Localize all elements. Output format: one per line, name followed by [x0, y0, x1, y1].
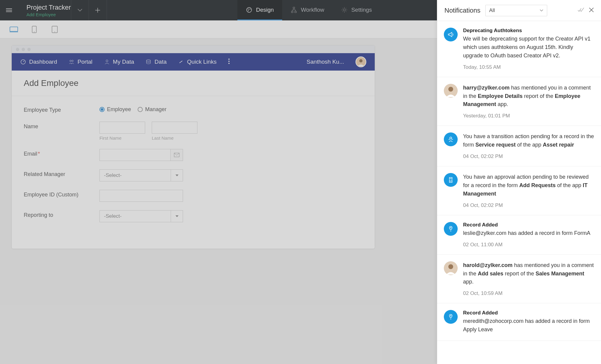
nav-user-avatar[interactable]	[355, 56, 366, 67]
notification-icon-avatar	[444, 173, 458, 187]
window-dot	[22, 48, 25, 51]
nav-item-label: My Data	[113, 59, 134, 65]
notifications-title: Notifications	[444, 7, 480, 14]
browser-chrome	[12, 45, 375, 53]
notification-heading: Record Added	[463, 222, 594, 228]
notifications-panel: Notifications All Deprecating Authtokens…	[437, 0, 601, 364]
top-tabs: Design Workflow Settings	[237, 0, 380, 20]
svg-point-10	[34, 32, 35, 32]
notification-body: harry@zylker.com has mentioned you in a …	[463, 84, 594, 109]
reporting-to-select[interactable]: -Select-	[99, 210, 183, 222]
svg-point-29	[448, 264, 453, 269]
tab-design[interactable]: Design	[237, 0, 282, 20]
notification-heading: Deprecating Authtokens	[463, 28, 594, 34]
notification-item[interactable]: Record Addedleslie@zylker.com has added …	[437, 215, 601, 255]
tab-workflow[interactable]: Workflow	[282, 0, 333, 20]
chevron-down-icon	[78, 9, 82, 12]
nav-item-label: Data	[154, 59, 166, 65]
desktop-icon	[10, 26, 18, 33]
envelope-icon	[174, 153, 179, 157]
notification-item[interactable]: You have a transition action pending for…	[437, 126, 601, 166]
svg-point-20	[228, 63, 230, 64]
last-name-input[interactable]	[152, 122, 197, 134]
notification-heading: Record Added	[463, 310, 594, 316]
svg-rect-8	[10, 27, 18, 31]
svg-point-12	[54, 32, 55, 32]
design-icon	[246, 7, 252, 13]
radio-manager[interactable]: Manager	[138, 106, 166, 113]
radio-icon	[138, 107, 143, 112]
notification-content: You have a transition action pending for…	[463, 132, 594, 159]
nav-item-label: Quick Links	[187, 59, 216, 65]
notification-body: You have an approval action pending to b…	[463, 173, 594, 198]
notification-time: Today, 10:55 AM	[463, 64, 594, 70]
nav-user-name: Santhosh Ku...	[307, 59, 344, 65]
first-name-input[interactable]	[99, 122, 145, 134]
project-dropdown[interactable]	[71, 0, 89, 20]
notifications-list[interactable]: Deprecating AuthtokensWe will be depreca…	[437, 21, 601, 364]
portal-icon	[69, 59, 75, 65]
project-title: Project Tracker	[26, 4, 71, 11]
notification-item[interactable]: Deprecating AuthtokensWe will be depreca…	[437, 21, 601, 77]
project-block: Project Tracker Add Employee	[18, 0, 71, 20]
close-icon	[589, 8, 594, 12]
form-title: Add Employee	[12, 71, 375, 96]
close-notifications-button[interactable]	[589, 8, 594, 14]
notification-item[interactable]: Record Addedmeredith@zohocorp.com has ad…	[437, 303, 601, 341]
first-name-sublabel: First Name	[99, 135, 145, 141]
svg-point-17	[147, 60, 151, 61]
svg-point-26	[450, 137, 452, 139]
notification-item[interactable]: You have an approval action pending to b…	[437, 166, 601, 215]
tab-workflow-label: Workflow	[301, 7, 324, 13]
notification-user-avatar	[444, 84, 458, 98]
svg-point-1	[248, 8, 249, 9]
tab-settings-label: Settings	[351, 7, 372, 13]
notification-content: Record Addedmeredith@zohocorp.com has ad…	[463, 310, 594, 334]
nav-portal[interactable]: Portal	[69, 59, 93, 65]
svg-point-0	[247, 7, 252, 12]
hamburger-icon	[6, 8, 12, 13]
nav-dashboard[interactable]: Dashboard	[20, 59, 57, 65]
nav-item-label: Dashboard	[29, 59, 57, 65]
menu-button[interactable]	[0, 0, 18, 20]
radio-employee[interactable]: Employee	[99, 106, 131, 113]
svg-rect-5	[291, 11, 293, 13]
settings-icon	[341, 7, 348, 13]
add-button[interactable]	[89, 0, 107, 20]
notification-body: meredith@zohocorp.com has added a record…	[463, 317, 594, 334]
notification-time: Yesterday, 01:01 PM	[463, 113, 594, 119]
nav-data[interactable]: Data	[145, 59, 166, 65]
notification-icon-avatar	[444, 222, 458, 236]
avatar-icon	[356, 57, 366, 67]
nav-quicklinks[interactable]: Quick Links	[178, 59, 216, 65]
tab-settings[interactable]: Settings	[333, 0, 380, 20]
mydata-icon	[104, 59, 110, 65]
device-desktop-button[interactable]	[10, 26, 18, 33]
notification-item[interactable]: harold@zylker.com has mentioned you in a…	[437, 255, 601, 304]
radio-icon	[99, 107, 105, 112]
data-icon	[145, 59, 151, 65]
notification-item[interactable]: harry@zylker.com has mentioned you in a …	[437, 77, 601, 126]
select-caret	[171, 211, 183, 222]
related-manager-select[interactable]: -Select-	[99, 169, 183, 181]
form-body: Employee Type Employee Manager	[12, 96, 375, 249]
svg-point-7	[343, 9, 345, 11]
field-label-name: Name	[24, 122, 99, 130]
notification-content: You have an approval action pending to b…	[463, 173, 594, 208]
device-tablet-button[interactable]	[50, 26, 59, 33]
notification-content: harry@zylker.com has mentioned you in a …	[463, 84, 594, 119]
email-input[interactable]	[99, 149, 170, 161]
notifications-filter-dropdown[interactable]: All	[485, 5, 547, 16]
nav-mydata[interactable]: My Data	[104, 59, 134, 65]
notification-content: harold@zylker.com has mentioned you in a…	[463, 261, 594, 297]
more-vertical-icon	[228, 58, 230, 64]
field-label-employee-type: Employee Type	[24, 105, 99, 113]
svg-point-19	[228, 61, 230, 62]
svg-point-14	[70, 60, 71, 62]
mark-all-read-button[interactable]	[578, 8, 584, 14]
radio-label: Manager	[145, 106, 166, 113]
nav-more-button[interactable]	[228, 58, 230, 65]
notification-time: 02 Oct, 11:00 AM	[463, 242, 594, 248]
device-phone-button[interactable]	[30, 26, 38, 33]
employee-id-input[interactable]	[99, 190, 183, 202]
